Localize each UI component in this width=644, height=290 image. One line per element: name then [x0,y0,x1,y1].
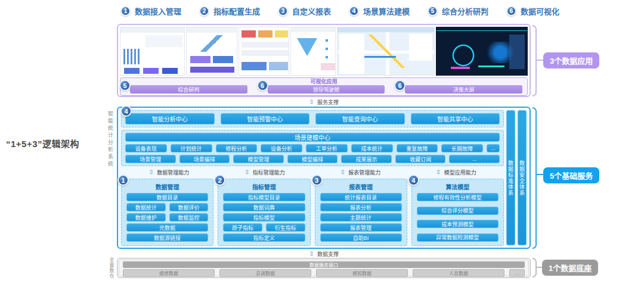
nav-label: 指标配置生成 [213,5,260,17]
nav-label: 综合分析研判 [442,5,488,17]
group-item: 报表分析 [320,203,402,211]
divider-label: 数据支撑 [317,250,339,258]
number-badge-icon: 2 [199,6,209,16]
center-query: 智能查询中心 [315,113,405,124]
scene-row-2: 场景管理 场景编排 模型管理 模型编排 成果展示 收藏订阅 ... [125,155,500,163]
group-item: 数据目录 [126,193,208,201]
services-brace-tick [537,174,543,175]
scene-item: 收藏订阅 [395,155,446,163]
group-title: 报表管理 [320,182,402,191]
group-item: 统计报表目录 [320,193,402,201]
capability-label: 指标管理能力 [253,169,285,176]
scene-item: 修程分析 [216,144,258,152]
app-bar-label: 领导驾驶舱 [268,85,385,93]
group-item: 数据源链接 [126,233,208,242]
group-item: 数据词典 [223,203,305,211]
data-application-layer: 可视化应用 5 综合研判 6 领导驾驶舱 6 决策大屏 [117,24,531,97]
scene-modeling-panel: 场景建模中心 设备表现 计划统计 修程分析 设备分析 工单分析 成本统计 重复故… [121,130,504,166]
gis-map-dashboard-thumbnail [337,27,435,76]
scene-item: 场景编排 [179,155,230,163]
badge-3-data-applications: 3个数据应用 [543,52,599,68]
updown-arrow-icon [148,169,154,176]
group-item: 自助BI [320,233,402,242]
divider-label: 服务支撑 [317,98,339,106]
diagram-title: “1+5+3”逻辑架构 [6,137,107,149]
data-source-item: 人员数据 [413,269,504,277]
group-item: 数据评价 [169,203,209,211]
group-report-management: 3 报表管理 统计报表目录 报表分析 主题统计 报表管理 自助BI [315,179,407,246]
data-sources-row: 维修数据 总调数据 感知数据 人员数据 ... [123,269,525,277]
scene-modeling-center-title: 场景建模中心 [125,133,500,142]
services-brace [532,107,537,249]
group-data-management: 1 数据管理 数据目录 数据统计 数据评价 数据维护 数据监控 [121,179,213,246]
number-badge-icon: 4 [349,6,359,16]
app-bar-label: 决策大屏 [405,85,522,93]
nav-item-scene-modeling: 4 场景算法建模 [349,5,410,17]
badge-1-data-base: 1个数据底座 [542,260,598,276]
base-brace [532,258,537,277]
number-badge-icon: 6 [394,80,405,91]
apps-brace-tick [537,60,543,61]
group-item: 数据监控 [169,213,209,222]
capability-data-management: 数据管理能力 [121,169,217,176]
nav-label: 数据接入管理 [135,5,181,17]
scene-item: 重复故障 [397,144,438,152]
number-badge-icon: 4 [408,174,419,186]
warehouse-vertical-label: 全量数仓 [108,257,114,279]
group-title: 数据管理 [126,182,208,191]
group-item: 成本预测模型 [417,220,499,228]
center-sharing: 智能共享中心 [411,113,500,124]
updown-arrow-icon [436,169,441,176]
app-decision-bigscreen: 6 决策大屏 [400,85,522,93]
group-item: 修程有效性分析模型 [417,193,499,201]
scene-item: 计划统计 [171,144,212,152]
visualization-apps-title: 可视化应用 [125,79,522,85]
group-item: 数据统计 [126,203,166,211]
nav-label: 场景算法建模 [363,5,410,17]
nav-item-indicator-config: 2 指标配置生成 [199,5,260,17]
updown-arrow-icon [309,99,314,105]
updown-arrow-icon [340,169,345,176]
group-item: 综合评分模型 [417,207,499,215]
group-item: 指标模型 [223,213,305,222]
scene-item: 长期故障 [441,144,483,152]
pillar-data-security-system: 数据安全体系 [518,110,527,245]
base-services-layer: 4 智能分析中心 智能预警中心 智能查询中心 智能共享中心 场景建模中心 设备表… [117,107,531,249]
nav-item-analysis-judgment: 5 综合分析研判 [428,5,488,17]
group-item: 衍生指标 [266,223,305,232]
dashboard-screenshots-strip [120,27,528,76]
group-item: 主题统计 [320,213,402,222]
center-warning: 智能预警中心 [221,113,310,124]
app-bar-label: 综合研判 [130,85,247,93]
group-item: 指标定义 [223,233,305,242]
nav-label: 自定义报表 [292,5,331,17]
nav-item-data-access: 1 数据接入管理 [120,5,181,17]
app-comprehensive-judgment: 5 综合研判 [125,85,247,93]
report-cards-dashboard-thumbnail [239,27,290,76]
service-support-divider: 服务支撑 [117,98,531,106]
number-badge-icon: 6 [506,6,516,16]
system-vertical-label: 智能统计分析系统 [107,111,114,176]
kpi-charts-dashboard-thumbnail [186,27,237,76]
architecture-diagram: 1 数据接入管理 2 指标配置生成 3 自定义报表 4 场景算法建模 5 综合分… [0,0,644,290]
group-item: 元数据 [126,223,208,232]
scene-item: 设备表现 [125,144,167,152]
scene-item: 工单分析 [306,144,348,152]
pillar-data-standard-system: 数据标准体系 [506,110,515,245]
data-source-item: 总调数据 [219,269,311,277]
scene-item: 模型编排 [287,155,338,163]
group-item: 数据维护 [126,213,166,222]
intelligent-centers-panel: 智能分析中心 智能预警中心 智能查询中心 智能共享中心 [121,110,504,127]
group-title: 算法模型 [417,182,499,191]
number-badge-icon: 4 [120,105,132,117]
capability-indicator-management: 指标管理能力 [217,169,313,176]
number-badge-icon: 5 [119,80,131,91]
capability-row: 数据管理能力 指标管理能力 报表管理能力 模型应用能力 [121,169,504,176]
data-source-item: 维修数据 [123,269,215,277]
number-badge-icon: 5 [428,6,438,16]
number-badge-icon: 1 [120,6,131,16]
scene-item: 模型管理 [233,155,284,163]
scene-item: 场景管理 [125,155,176,163]
scene-item: 成本统计 [351,144,393,152]
capability-label: 报表管理能力 [348,169,380,176]
